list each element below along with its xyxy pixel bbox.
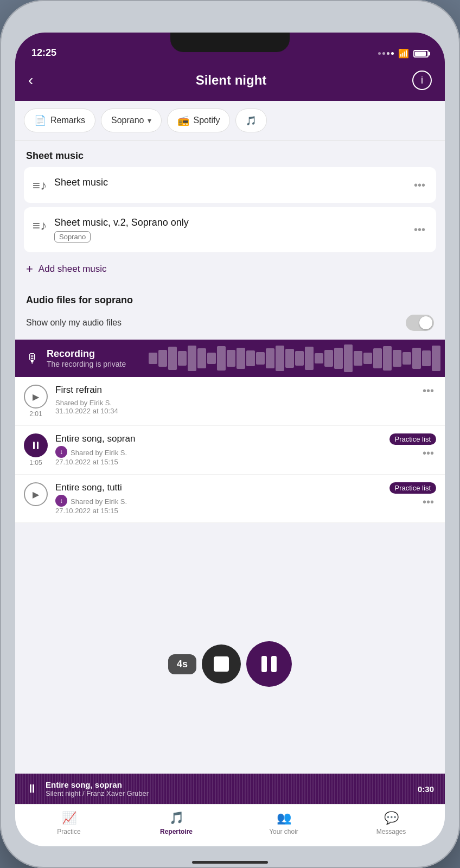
play-area-1: ▶ 2:01: [24, 385, 48, 418]
now-playing-info: Entire song, sopran Silent night / Franz…: [46, 780, 410, 797]
track-meta-row-3: ↓ Shared by Eirik S.: [55, 495, 382, 507]
track-right-2: Practice list •••: [389, 433, 436, 459]
stop-button[interactable]: [202, 644, 241, 684]
play-button-3[interactable]: ▶: [24, 482, 48, 506]
recording-bar: 🎙 Recording The recording is private: [15, 340, 445, 377]
back-button[interactable]: ‹: [28, 72, 50, 89]
card-left-1: ≡♪ Sheet music: [33, 177, 412, 193]
info-button[interactable]: i: [412, 71, 432, 90]
track-item-3: ▶ Entire song, tutti ↓ Shared by Eirik S…: [15, 475, 445, 523]
toggle-row: Show only my audio files: [15, 309, 445, 340]
pause-button-2[interactable]: [24, 433, 48, 457]
practice-nav-icon: 📈: [62, 811, 76, 825]
audio-section-label: Audio files for soprano: [15, 285, 445, 309]
pause-control-button[interactable]: [246, 641, 292, 687]
repertoire-nav-label: Repertoire: [160, 828, 193, 835]
repertoire-nav-icon: 🎵: [169, 811, 184, 825]
track-title-1: First refrain: [55, 385, 413, 395]
card-content-2: Sheet music, v.2, Soprano only Soprano: [54, 217, 189, 242]
phone-frame: 12:25 📶 ‹ Silent night i: [0, 0, 460, 868]
pause-bar-right: [271, 656, 277, 672]
signal-icon: [378, 52, 394, 55]
nav-item-practice[interactable]: 📈 Practice: [15, 811, 123, 835]
phone-screen: 12:25 📶 ‹ Silent night i: [15, 33, 445, 846]
recording-info: Recording The recording is private: [47, 348, 126, 368]
track-item-1: ▶ 2:01 First refrain Shared by Eirik S. …: [15, 377, 445, 426]
track-meta-row-2: ↓ Shared by Eirik S.: [55, 446, 382, 458]
voice-label: Soprano: [111, 116, 144, 125]
bottom-navigation: 📈 Practice 🎵 Repertoire 👥 Your choir 💬 M…: [15, 804, 445, 846]
pause-bar-left: [261, 656, 267, 672]
status-indicators: 📶: [378, 48, 429, 59]
remarks-button[interactable]: 📄 Remarks: [24, 108, 95, 132]
battery-icon: [413, 50, 429, 58]
more-button-1[interactable]: •••: [412, 179, 427, 192]
track-shared-1: Shared by Eirik S.: [55, 399, 112, 407]
voice-tag-soprano: Soprano: [54, 228, 189, 242]
track-info-1: First refrain Shared by Eirik S. 31.10.2…: [55, 385, 413, 415]
practice-nav-label: Practice: [57, 828, 80, 835]
waveform-visual: [144, 340, 445, 377]
toolbar: 📄 Remarks Soprano ▾ 📻 Spotify 🎵: [15, 101, 445, 141]
status-time: 12:25: [31, 47, 56, 59]
more-button-track-1[interactable]: •••: [420, 385, 436, 397]
sheet-music-icon-2: ≡♪: [33, 218, 47, 233]
notch: [170, 33, 290, 52]
track-duration-2: 1:05: [29, 459, 42, 467]
now-playing-subtitle: Silent night / Franz Xaver Gruber: [46, 789, 410, 797]
now-playing-time: 0:30: [418, 784, 434, 794]
track-title-2: Entire song, sopran: [55, 433, 382, 444]
recording-title: Recording: [47, 348, 126, 360]
track-right-1: •••: [420, 385, 436, 397]
wifi-icon: 📶: [398, 48, 409, 59]
choir-nav-label: Your choir: [269, 828, 298, 835]
messages-nav-icon: 💬: [384, 811, 399, 825]
download-icon-3: ↓: [55, 495, 67, 507]
track-info-3: Entire song, tutti ↓ Shared by Eirik S. …: [55, 482, 382, 515]
spotify-icon: 📻: [177, 114, 189, 126]
add-sheet-music-label: Add sheet music: [39, 264, 107, 275]
soprano-tag: Soprano: [54, 231, 91, 242]
play-area-2: 1:05: [24, 433, 48, 467]
nav-item-choir[interactable]: 👥 Your choir: [230, 811, 337, 835]
toggle-label: Show only my audio files: [26, 318, 122, 328]
skip-label[interactable]: 4s: [168, 654, 196, 674]
track-item-2: 1:05 Entire song, sopran ↓ Shared by Eir…: [15, 426, 445, 475]
home-indicator: [192, 861, 268, 864]
track-info-2: Entire song, sopran ↓ Shared by Eirik S.…: [55, 433, 382, 466]
info-icon: i: [421, 75, 423, 86]
play-area-3: ▶: [24, 482, 48, 506]
add-sheet-music-button[interactable]: + Add sheet music: [15, 253, 445, 285]
track-title-3: Entire song, tutti: [55, 482, 382, 493]
audio-toggle[interactable]: [406, 315, 434, 331]
track-date-2: 27.10.2022 at 15:15: [55, 458, 382, 466]
spotify-button[interactable]: 📻 Spotify: [167, 108, 231, 132]
recording-subtitle: The recording is private: [47, 360, 126, 368]
sheet-music-item-2[interactable]: ≡♪ Sheet music, v.2, Soprano only Sopran…: [24, 207, 436, 252]
sheet-music-item-1[interactable]: ≡♪ Sheet music •••: [24, 167, 436, 203]
now-playing-pause-button[interactable]: ⏸: [26, 782, 38, 796]
media-controls: 4s: [168, 641, 292, 687]
track-duration-1: 2:01: [29, 410, 42, 418]
voice-selector[interactable]: Soprano ▾: [101, 108, 162, 132]
sheet-music-btn-4[interactable]: 🎵: [235, 108, 267, 132]
sheet-music-title-1: Sheet music: [54, 177, 108, 188]
play-button-1[interactable]: ▶: [24, 385, 48, 409]
nav-item-repertoire[interactable]: 🎵 Repertoire: [123, 811, 230, 835]
sheet-music-title-2: Sheet music, v.2, Soprano only: [54, 217, 189, 228]
sheet-icon-toolbar: 🎵: [246, 116, 257, 126]
more-button-track-2[interactable]: •••: [420, 447, 436, 459]
track-meta-row-1: Shared by Eirik S.: [55, 397, 413, 407]
more-button-track-3[interactable]: •••: [420, 496, 436, 508]
track-shared-2: Shared by Eirik S.: [71, 449, 127, 457]
remarks-icon: 📄: [34, 114, 46, 126]
more-button-2[interactable]: •••: [412, 224, 427, 236]
track-right-3: Practice list •••: [389, 482, 436, 508]
header: ‹ Silent night i: [15, 63, 445, 101]
practice-badge-2: Practice list: [389, 433, 436, 445]
plus-icon: +: [26, 262, 33, 276]
nav-item-messages[interactable]: 💬 Messages: [337, 811, 445, 835]
download-icon-2: ↓: [55, 446, 67, 458]
dropdown-arrow-icon: ▾: [148, 116, 151, 125]
microphone-icon: 🎙: [26, 351, 39, 366]
